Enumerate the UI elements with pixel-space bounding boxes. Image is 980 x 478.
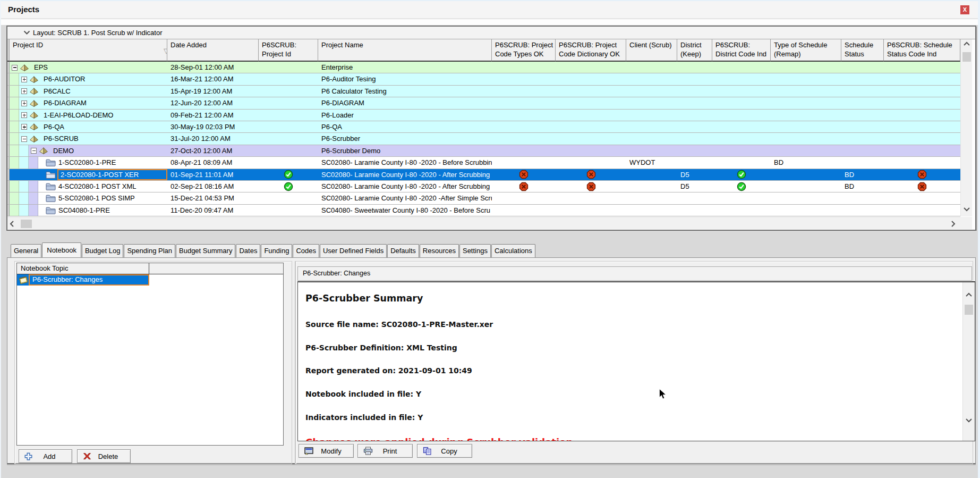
project-row-p6-scrub[interactable]: P6-SCRUB31-Jul-20 12:00 AMP6-Scrubber [7, 133, 960, 145]
scrollbar-arrow-down[interactable] [965, 417, 973, 426]
scrollbar-thumb[interactable] [962, 52, 971, 62]
project-row-sc04080-1-pre[interactable]: SC04080-1-PRE11-Dec-20 09:47 AMSC04080- … [7, 205, 960, 216]
project-row-1-eai-p6load-demo[interactable]: 1-EAI-P6LOAD-DEMO09-Feb-21 12:00 AMP6-Lo… [7, 110, 960, 121]
code-dictionary-ok-cell [556, 62, 626, 73]
project-id-cell: P6-SCRUB [10, 133, 167, 144]
tab-budget-log[interactable]: Budget Log [82, 244, 124, 257]
project-name-cell: P6 Calculator Testing [318, 86, 492, 97]
collapse-box-icon[interactable] [21, 136, 27, 142]
collapse-box-icon[interactable] [12, 65, 18, 71]
expand-box-icon[interactable] [21, 100, 27, 106]
project-row-p6-auditor[interactable]: P6-AUDITOR16-Mar-21 12:00 AMP6-Auditor T… [7, 73, 960, 85]
project-row-4-sc02080-1-post-xml[interactable]: 4-SC02080-1 POST XML02-Sep-21 08:16 AMSC… [7, 181, 960, 192]
tab-resources[interactable]: Resources [420, 244, 459, 257]
client-cell [626, 73, 677, 85]
tab-user-defined-fields[interactable]: User Defined Fields [320, 244, 387, 257]
close-icon[interactable]: X [960, 5, 969, 14]
add-plus-icon [24, 452, 32, 460]
scrollbar-arrow-right[interactable] [950, 220, 959, 228]
type-of-schedule-cell [771, 73, 841, 85]
column-header-schedule-status[interactable]: Schedule Status [841, 39, 884, 62]
tab-notebook[interactable]: Notebook [42, 242, 81, 257]
project-id-ok-cell [259, 181, 318, 192]
code-dictionary-ok-cell [556, 73, 626, 85]
schedule-status-cell [841, 62, 884, 73]
print-icon [363, 447, 373, 455]
tab-codes[interactable]: Codes [293, 244, 319, 257]
project-row-5-sc02080-1-pos-simp[interactable]: 5-SC02080-1 POS SIMP15-Dec-21 04:53 PMSC… [7, 192, 960, 204]
expand-box-icon[interactable] [21, 112, 27, 118]
pass-indicator-icon [737, 182, 746, 191]
modify-button[interactable]: Modify [299, 444, 354, 458]
column-header-p6scrub-district-code-ind[interactable]: P6SCRUB: District Code Ind [712, 39, 771, 62]
column-header-type-of-schedule-remap[interactable]: Type of Schedule (Remap) [771, 39, 841, 62]
notebook-topic-row[interactable]: P6-Scrubber: Changes [17, 274, 149, 286]
scrollbar-thumb[interactable] [21, 220, 32, 228]
date-added-cell: 16-Mar-21 12:00 AM [167, 73, 259, 85]
project-row-p6-qa[interactable]: P6-QA30-May-19 02:03 PMP6-QA [7, 121, 960, 133]
tab-funding[interactable]: Funding [261, 244, 292, 257]
detail-scrollbar[interactable] [962, 282, 975, 441]
tab-bar: GeneralNotebookBudget LogSpending PlanBu… [11, 243, 536, 257]
fail-indicator-icon [917, 170, 927, 179]
tab-spending-plan[interactable]: Spending Plan [124, 244, 175, 257]
detail-title: P6-Scrubber Summary [305, 293, 423, 304]
project-row-p6-diagram[interactable]: P6-DIAGRAM12-Jun-20 12:00 AMP6-DIAGRAM [7, 97, 960, 109]
window-titlebar: Projects X [1, 1, 978, 19]
code-dictionary-ok-cell [556, 97, 626, 108]
collapse-box-icon[interactable] [31, 148, 37, 154]
scroll-arrow-left-icon [9, 220, 18, 228]
vertical-scrollbar[interactable] [960, 39, 972, 216]
column-header-p6scrub-project-code-dictionary-ok[interactable]: P6SCRUB: Project Code Dictionary OK [556, 39, 626, 62]
column-header-client-scrub[interactable]: Client (Scrub) [626, 39, 677, 62]
horizontal-scrollbar[interactable] [7, 217, 960, 229]
copy-button[interactable]: Copy [417, 444, 472, 458]
project-row-1-sc02080-1-pre[interactable]: 1-SC02080-1-PRE08-Apr-21 08:09 AMSC02080… [7, 157, 960, 169]
tab-dates[interactable]: Dates [236, 244, 260, 257]
tab-defaults[interactable]: Defaults [387, 244, 419, 257]
indent-guide [19, 181, 29, 192]
schedule-status-cell: BD [841, 169, 884, 180]
schedule-status-cell: BD [841, 181, 884, 192]
tab-settings[interactable]: Settings [459, 244, 491, 257]
print-button[interactable]: Print [357, 444, 413, 458]
tab-budget-summary[interactable]: Budget Summary [176, 244, 235, 257]
delete-button[interactable]: Delete [77, 449, 131, 463]
projects-table-panel: Layout: SCRUB 1. Post Scrub w/ Indicator… [6, 26, 976, 231]
schedule-status-ind-cell [884, 205, 960, 216]
schedule-status-ind-cell [884, 157, 960, 168]
column-header-district-keep[interactable]: District (Keep) [677, 39, 712, 62]
notebook-topic-header[interactable]: Notebook Topic [17, 263, 283, 274]
project-row-demo[interactable]: DEMO27-Oct-20 12:00 AMP6-Scrubber Demo [7, 145, 960, 157]
tab-general[interactable]: General [11, 244, 41, 257]
add-button[interactable]: Add [19, 449, 72, 463]
project-row-p6calc[interactable]: P6CALC15-Apr-19 12:00 AMP6 Calculator Te… [7, 86, 960, 97]
schedule-status-cell [841, 145, 884, 156]
column-header-p6scrub-project-id[interactable]: P6SCRUB: Project Id [259, 39, 318, 62]
detail-content-box: P6-Scrubber Summary Source file name: SC… [297, 281, 975, 441]
schedule-status-ind-cell [884, 110, 960, 121]
project-row-eps[interactable]: EPS28-Sep-01 12:00 AMEnterprise [7, 62, 960, 73]
column-header-p6scrub-project-code-types-ok[interactable]: P6SCRUB: Project Code Types OK [492, 39, 556, 62]
expand-box-icon[interactable] [21, 124, 27, 130]
project-name-cell: P6-Scrubber Demo [318, 145, 492, 156]
layout-bar[interactable]: Layout: SCRUB 1. Post Scrub w/ Indicator [7, 27, 975, 39]
fail-indicator-icon [917, 182, 927, 191]
expand-box-icon[interactable] [21, 77, 27, 82]
scrollbar-arrow-up[interactable] [965, 292, 973, 300]
project-id-ok-cell [259, 205, 318, 216]
column-header-project-name[interactable]: Project Name [318, 39, 492, 62]
panel-divider[interactable] [1, 231, 978, 243]
scrollbar-arrow-left[interactable] [9, 220, 18, 228]
column-header-p6scrub-schedule-status-code-ind[interactable]: P6SCRUB: Schedule Status Code Ind [884, 39, 960, 62]
date-added-cell: 30-May-19 02:03 PM [167, 121, 259, 132]
scrollbar-arrow-down[interactable] [962, 206, 971, 215]
tab-calculations[interactable]: Calculations [491, 244, 535, 257]
column-header-project-id[interactable]: Project ID▽ [10, 39, 167, 62]
column-header-date-added[interactable]: Date Added [167, 39, 259, 62]
folder-icon [46, 171, 56, 179]
scrollbar-thumb[interactable] [965, 305, 973, 315]
expand-box-icon[interactable] [21, 88, 27, 94]
scrollbar-arrow-up[interactable] [962, 41, 971, 49]
project-row-2-sc02080-1-post-xer[interactable]: 2-SC02080-1-POST XER01-Sep-21 11:01 AMSC… [7, 169, 960, 181]
